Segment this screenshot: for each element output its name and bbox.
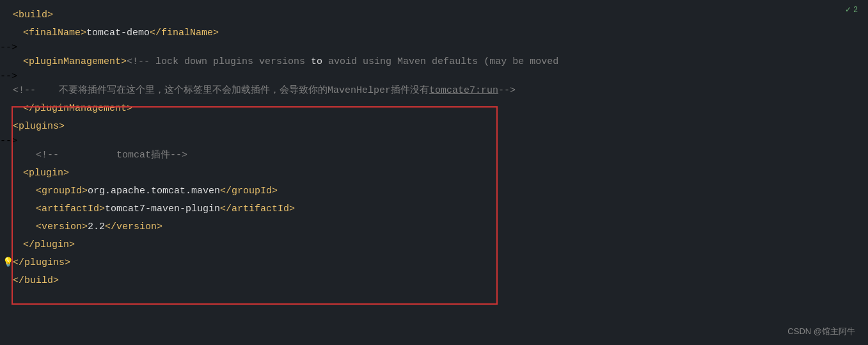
tag-version-close: </version>: [105, 220, 162, 235]
code-line-11: <version>2.2</version>: [0, 218, 868, 236]
tag-plugins-open: <plugins>: [13, 119, 65, 134]
tag-finalname-open: <finalName>: [23, 26, 86, 41]
comment-chinese: <!-- 不要将插件写在这个里，这个标签里不会加载插件，会导致你的MavenHe…: [13, 83, 516, 99]
code-line-7: <!-- tomcat插件-->: [0, 147, 868, 164]
tag-build-close: </build>: [13, 273, 59, 289]
code-line-9: <groupId>org.apache.tomcat.maven</groupI…: [0, 182, 868, 200]
code-line-1: <build>: [0, 6, 868, 24]
code-line-2: <finalName>tomcat-demo</finalName>: [0, 24, 868, 42]
version-value: 2.2: [88, 220, 105, 235]
code-line-12: </plugin>: [0, 236, 868, 254]
code-line-6: <plugins>: [0, 118, 868, 136]
code-line-8: <plugin>: [0, 164, 868, 182]
comment-lock: <!-- lock down plugins versions to avoid…: [127, 54, 558, 70]
tag-groupid-close: </groupId>: [220, 184, 278, 199]
code-line-10: <artifactId>tomcat7-maven-plugin</artifa…: [0, 200, 868, 218]
code-line-4: <!-- 不要将插件写在这个里，这个标签里不会加载插件，会导致你的MavenHe…: [0, 82, 868, 100]
tag-pluginmgmt-close: </pluginManagement>: [23, 101, 132, 116]
code-line-14: </build>: [0, 272, 868, 290]
tag-finalname-close: </finalName>: [150, 26, 219, 41]
groupid-value: org.apache.tomcat.maven: [88, 184, 220, 199]
code-line-5: </pluginManagement>: [0, 100, 868, 118]
tag-plugin-close: </plugin>: [23, 237, 75, 253]
finalname-value: tomcat-demo: [86, 26, 150, 41]
tag-build-open: <build>: [13, 8, 53, 23]
watermark: CSDN @馆主阿牛: [787, 326, 855, 337]
artifactid-value: tomcat7-maven-plugin: [105, 202, 220, 217]
tag-artifactid-close: </artifactId>: [220, 202, 295, 217]
code-line-3: <pluginManagement><!-- lock down plugins…: [0, 53, 868, 71]
code-editor: ✓ 2 <build> <finalName>tomcat-demo</fina…: [0, 0, 868, 345]
tag-version-open: <version>: [36, 220, 88, 235]
tag-pluginmgmt-open: <pluginManagement>: [23, 54, 127, 70]
tag-plugin-open: <plugin>: [23, 166, 69, 181]
tag-artifactid-open: <artifactId>: [36, 202, 105, 217]
code-line-13: 💡 </plugins>: [0, 254, 868, 272]
lightbulb-icon: 💡: [3, 255, 13, 269]
tag-plugins-close: </plugins>: [13, 255, 70, 271]
comment-tomcat-plugin: <!-- tomcat插件-->: [36, 148, 187, 163]
tag-groupid-open: <groupId>: [36, 184, 88, 199]
